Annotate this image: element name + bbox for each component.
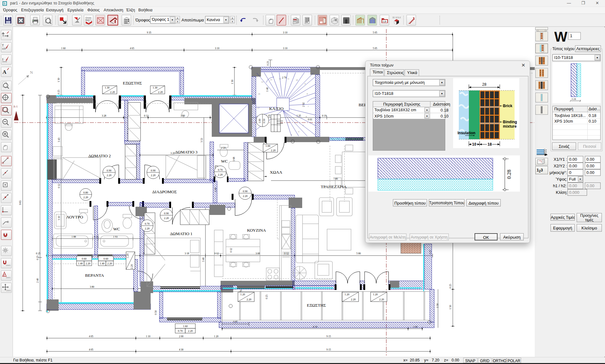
svg-text:2.20: 2.20 xyxy=(130,264,133,269)
svg-text:2.20: 2.20 xyxy=(243,194,248,198)
svg-text:3 20: 3 20 xyxy=(170,152,175,155)
svg-text:1 60: 1 60 xyxy=(61,47,66,50)
svg-text:b: b xyxy=(4,2,5,5)
svg-text:0 25: 0 25 xyxy=(36,252,40,255)
svg-text:1 10: 1 10 xyxy=(146,335,150,338)
svg-text:10: 10 xyxy=(296,79,298,81)
svg-text:Lib: Lib xyxy=(383,20,386,23)
svg-text:1.20: 1.20 xyxy=(240,293,245,296)
svg-text:11: 11 xyxy=(287,78,290,80)
svg-text:ΕΞΩΣΤΗΣ: ΕΞΩΣΤΗΣ xyxy=(123,81,142,85)
svg-text:2.20: 2.20 xyxy=(84,196,88,199)
svg-text:28: 28 xyxy=(482,82,487,87)
svg-text:0.60: 0.60 xyxy=(82,257,87,260)
svg-text:0.80: 0.80 xyxy=(84,191,88,194)
svg-text:1 50: 1 50 xyxy=(436,303,439,308)
svg-text:7: 7 xyxy=(308,105,309,108)
svg-text:Insulation: Insulation xyxy=(458,131,475,135)
svg-text:3 10: 3 10 xyxy=(58,216,60,220)
svg-text:A: A xyxy=(3,69,7,75)
svg-text:3 28: 3 28 xyxy=(102,114,106,117)
svg-text:DWG: DWG xyxy=(6,290,11,292)
svg-text:0.60: 0.60 xyxy=(104,257,108,260)
svg-text:1 30: 1 30 xyxy=(57,78,60,82)
svg-text:2.20: 2.20 xyxy=(158,90,163,94)
svg-text:mixture: mixture xyxy=(503,124,517,129)
svg-text:3 10: 3 10 xyxy=(283,31,287,34)
svg-text:ΤΡΑΠΕΖΑΡΙΑ: ΤΡΑΠΕΖΑΡΙΑ xyxy=(321,184,347,189)
svg-text:1.20: 1.20 xyxy=(345,293,349,296)
svg-text:DWG: DWG xyxy=(6,264,11,266)
svg-text:1 20: 1 20 xyxy=(214,335,218,338)
svg-text:WC: WC xyxy=(113,227,120,231)
svg-text:5 80: 5 80 xyxy=(356,252,361,255)
svg-text:3: 3 xyxy=(291,134,292,136)
svg-text:0.50: 0.50 xyxy=(263,119,266,123)
svg-text:0.90: 0.90 xyxy=(243,190,248,193)
svg-text:123: 123 xyxy=(2,48,6,50)
svg-text:2.20: 2.20 xyxy=(107,174,112,177)
svg-text:Binding: Binding xyxy=(503,120,517,124)
svg-text:I: I xyxy=(2,57,3,61)
svg-text:0.90: 0.90 xyxy=(107,169,112,172)
svg-text:3 53: 3 53 xyxy=(200,138,203,142)
svg-text:9 15: 9 15 xyxy=(326,335,331,338)
svg-text:6: 6 xyxy=(306,115,307,118)
svg-text:1 50: 1 50 xyxy=(449,305,452,309)
svg-text:0 12: 0 12 xyxy=(144,114,148,117)
svg-text:4 05: 4 05 xyxy=(89,348,93,351)
svg-text:123: 123 xyxy=(537,168,543,173)
svg-text:14: 14 xyxy=(261,81,264,83)
svg-text:9 15: 9 15 xyxy=(326,348,331,351)
svg-text:5 05: 5 05 xyxy=(373,47,377,50)
svg-text:16: 16 xyxy=(258,93,261,95)
svg-text:1.00: 1.00 xyxy=(258,119,261,123)
svg-text:DWG: DWG xyxy=(6,277,11,279)
svg-text:0 19: 0 19 xyxy=(322,114,326,117)
svg-text:Brick: Brick xyxy=(503,104,512,108)
svg-text:ΚΟΥΖΙΝΑ: ΚΟΥΖΙΝΑ xyxy=(247,228,266,233)
svg-text:Gross: Gross xyxy=(85,17,91,19)
svg-text:1.20: 1.20 xyxy=(373,293,378,296)
svg-text:2.20: 2.20 xyxy=(151,174,156,177)
svg-text:ΔΩΜΑΤΙΟ 3: ΔΩΜΑΤΙΟ 3 xyxy=(175,150,198,154)
svg-text:1.30: 1.30 xyxy=(153,86,158,89)
svg-text:2 70: 2 70 xyxy=(282,76,286,79)
svg-text:0 01: 0 01 xyxy=(308,118,312,121)
svg-text:0.90: 0.90 xyxy=(151,169,156,172)
svg-text:2 40: 2 40 xyxy=(36,278,39,283)
svg-text:12: 12 xyxy=(279,78,281,80)
svg-text:ΕΞΩΣΤΗΣ: ΕΞΩΣΤΗΣ xyxy=(307,303,326,308)
svg-text:3 43: 3 43 xyxy=(58,138,60,142)
svg-text:8: 8 xyxy=(307,93,308,95)
svg-text:3 08: 3 08 xyxy=(256,252,260,255)
svg-text:0 25: 0 25 xyxy=(265,295,268,299)
svg-text:3D SOLID: 3D SOLID xyxy=(392,16,401,19)
svg-text:ΛΟΥΤΡΟ: ΛΟΥΤΡΟ xyxy=(66,215,83,219)
svg-text:2.20: 2.20 xyxy=(188,329,193,332)
svg-text:9: 9 xyxy=(304,83,306,85)
svg-text:ΧΩΛΛ: ΧΩΛΛ xyxy=(270,170,282,175)
svg-text:10: 10 xyxy=(472,142,476,147)
svg-text:1.40: 1.40 xyxy=(78,262,83,265)
svg-text:2.20: 2.20 xyxy=(247,298,251,301)
svg-text:0 25: 0 25 xyxy=(449,284,452,288)
svg-text:2.20: 2.20 xyxy=(218,173,223,176)
svg-text:4 65: 4 65 xyxy=(130,47,134,50)
svg-text:3 10: 3 10 xyxy=(283,47,287,50)
svg-text:17: 17 xyxy=(257,107,260,109)
svg-text:ΚΛ/ΣΙΟ: ΚΛ/ΣΙΟ xyxy=(269,106,284,111)
svg-text:1.00: 1.00 xyxy=(266,144,270,147)
svg-text:1.30: 1.30 xyxy=(105,86,110,89)
svg-text:0 12: 0 12 xyxy=(58,184,60,188)
svg-text:2.20: 2.20 xyxy=(271,149,276,152)
svg-text:WC: WC xyxy=(221,159,228,164)
svg-text:3 80: 3 80 xyxy=(181,114,185,117)
svg-text:0.70: 0.70 xyxy=(145,222,150,225)
svg-text:2.20: 2.20 xyxy=(351,298,356,301)
svg-text:4 05: 4 05 xyxy=(89,335,93,338)
svg-text:18: 18 xyxy=(487,142,492,147)
svg-text:3 40: 3 40 xyxy=(202,257,205,262)
svg-text:0 50: 0 50 xyxy=(154,310,157,315)
svg-text:0.90: 0.90 xyxy=(164,212,169,215)
